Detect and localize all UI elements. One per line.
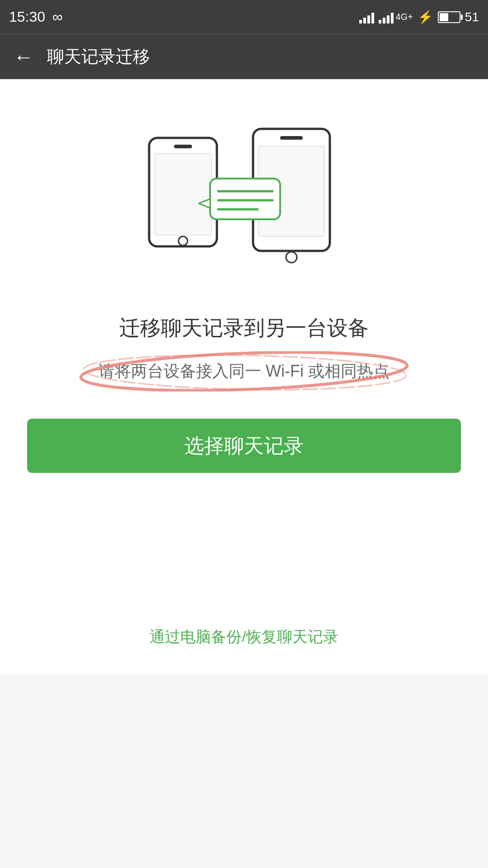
subtitle-wrapper: 请将两台设备接入同一 Wi-Fi 或相同热点 <box>85 356 403 387</box>
illustration <box>131 115 357 287</box>
status-time: 15:30 <box>9 9 45 25</box>
select-chat-label: 选择聊天记录 <box>184 433 304 459</box>
bar4b <box>391 13 394 24</box>
4g-label: 4G+ <box>395 12 413 22</box>
svg-rect-5 <box>280 136 303 140</box>
signal-4g: 4G+ <box>379 11 413 24</box>
app-bar-title: 聊天记录迁移 <box>47 45 150 68</box>
select-chat-button[interactable]: 选择聊天记录 <box>27 419 461 473</box>
main-title: 迁移聊天记录到另一台设备 <box>119 314 369 342</box>
battery-fill <box>440 13 448 21</box>
signal-bars-1 <box>359 11 374 24</box>
back-button[interactable]: ← <box>14 46 33 68</box>
bar2 <box>363 18 366 24</box>
battery-percent: 51 <box>465 10 479 24</box>
svg-rect-1 <box>174 145 192 148</box>
svg-rect-2 <box>155 154 211 235</box>
bar1b <box>379 20 381 24</box>
bar1 <box>359 20 362 24</box>
svg-rect-8 <box>210 179 280 219</box>
main-content: 迁移聊天记录到另一台设备 请将两台设备接入同一 Wi-Fi 或相同热点 选择聊天… <box>0 79 488 675</box>
status-bar: 15:30 ∞ 4G+ ⚡ 51 <box>0 0 488 34</box>
status-left: 15:30 ∞ <box>9 9 63 25</box>
charging-icon: ⚡ <box>418 9 433 24</box>
svg-point-7 <box>286 252 297 263</box>
bar2b <box>383 18 385 24</box>
app-bar: ← 聊天记录迁移 <box>0 34 488 79</box>
pc-backup-link[interactable]: 通过电脑备份/恢复聊天记录 <box>150 627 338 647</box>
bar3 <box>367 15 370 24</box>
bottom-area: 通过电脑备份/恢复聊天记录 <box>27 491 461 647</box>
bar3b <box>387 15 389 24</box>
signal-bars-2 <box>379 11 394 24</box>
phones-illustration <box>136 120 352 283</box>
status-right: 4G+ ⚡ 51 <box>359 9 479 24</box>
bar4 <box>371 13 374 24</box>
subtitle-text: 请将两台设备接入同一 Wi-Fi 或相同热点 <box>99 362 389 380</box>
infinity-icon: ∞ <box>52 9 63 25</box>
battery-body <box>438 11 460 23</box>
